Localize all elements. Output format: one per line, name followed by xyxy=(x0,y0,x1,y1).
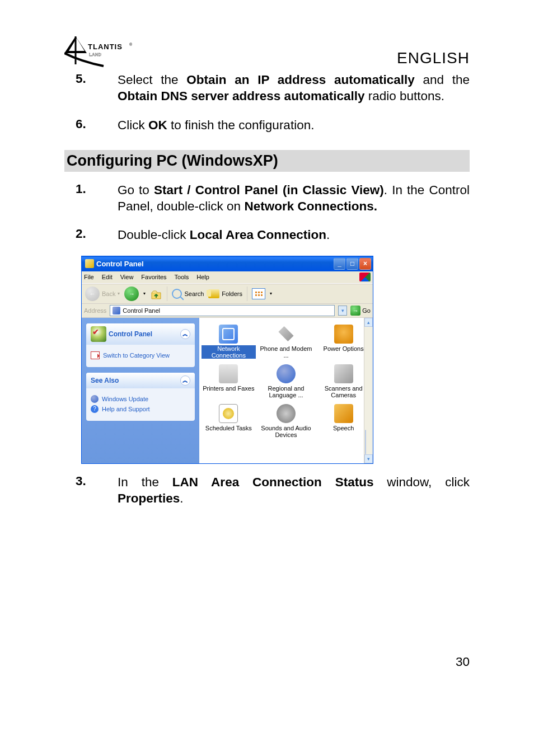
search-button[interactable]: Search xyxy=(172,289,204,299)
scroll-up-button[interactable]: ▴ xyxy=(364,318,373,327)
close-button[interactable]: × xyxy=(359,258,371,270)
icon-label: Power Options xyxy=(324,345,364,352)
minimize-button[interactable]: _ xyxy=(334,258,345,270)
panel-header[interactable]: Control Panel ︽ xyxy=(86,323,195,345)
panel-header[interactable]: See Also ︽ xyxy=(86,373,195,388)
icon-label: Sounds and Audio Devices xyxy=(259,425,313,438)
maximize-button[interactable]: □ xyxy=(346,258,358,270)
globe-icon xyxy=(91,395,99,403)
back-button: ← Back ▾ xyxy=(85,287,120,301)
go-arrow-icon: → xyxy=(350,306,360,316)
printer-icon xyxy=(219,364,238,383)
sound-icon xyxy=(277,404,296,423)
menu-tools[interactable]: Tools xyxy=(175,274,189,280)
icon-label: Network Connections xyxy=(202,345,256,359)
icon-label: Speech xyxy=(333,425,354,431)
svg-text:®: ® xyxy=(129,43,133,46)
windows-flag-icon xyxy=(359,273,371,281)
xp-titlebar[interactable]: Control Panel _ □ × xyxy=(82,256,373,271)
scan-icon xyxy=(334,364,353,383)
cp-item-phone[interactable]: Phone and Modem ... xyxy=(258,322,315,361)
chevron-up-icon[interactable]: ︽ xyxy=(180,329,190,339)
address-bar: Address Control Panel ▾ →Go xyxy=(82,304,373,318)
control-panel-icon xyxy=(113,307,120,314)
step-number: 1. xyxy=(76,182,118,215)
phone-icon xyxy=(277,325,296,344)
cp-item-speech[interactable]: Speech xyxy=(315,402,372,440)
views-button[interactable] xyxy=(252,288,265,299)
language-label: ENGLISH xyxy=(397,49,470,67)
side-pane: Control Panel ︽ Switch to Category View … xyxy=(82,318,199,463)
step-body: Go to Start / Control Panel (in Classic … xyxy=(118,182,470,215)
scroll-down-button[interactable]: ▾ xyxy=(364,454,373,463)
region-icon xyxy=(277,364,296,383)
step-body: In the LAN Area Connection Status window… xyxy=(118,474,470,507)
net-icon xyxy=(219,325,238,344)
xp-window: Control Panel _ □ × File Edit View Favor… xyxy=(81,256,373,464)
search-icon xyxy=(172,289,182,299)
address-label: Address xyxy=(84,307,106,314)
cp-item-sound[interactable]: Sounds and Audio Devices xyxy=(258,402,315,440)
step-body: Click OK to finish the configuration. xyxy=(118,117,470,133)
control-panel-icon xyxy=(85,259,94,268)
window-title: Control Panel xyxy=(96,260,334,268)
icon-label: Scheduled Tasks xyxy=(205,425,252,431)
cp-item-scan[interactable]: Scanners and Cameras xyxy=(315,362,372,401)
cp-item-region[interactable]: Regional and Language ... xyxy=(258,362,315,401)
svg-text:LAND: LAND xyxy=(89,52,101,57)
icon-label: Scanners and Cameras xyxy=(316,385,371,398)
sched-icon xyxy=(219,404,238,423)
svg-text:TLANTIS: TLANTIS xyxy=(88,43,123,51)
back-arrow-icon: ← xyxy=(85,287,100,301)
speech-icon xyxy=(334,404,353,423)
icon-label: Phone and Modem ... xyxy=(259,345,313,359)
menu-edit[interactable]: Edit xyxy=(102,274,113,280)
cp-item-sched[interactable]: Scheduled Tasks xyxy=(200,402,257,440)
folders-button[interactable]: Folders xyxy=(208,289,242,298)
menu-bar: File Edit View Favorites Tools Help xyxy=(82,271,373,284)
menu-favorites[interactable]: Favorites xyxy=(141,274,166,280)
help-icon: ? xyxy=(91,405,99,413)
step-number: 5. xyxy=(76,72,118,105)
folders-icon xyxy=(208,289,219,298)
help-support-link[interactable]: ?Help and Support xyxy=(91,405,190,413)
control-panel-icon xyxy=(91,326,106,342)
step-body: Double-click Local Area Connection. xyxy=(118,227,470,243)
menu-file[interactable]: File xyxy=(84,274,94,280)
go-button[interactable]: →Go xyxy=(350,306,371,316)
menu-help[interactable]: Help xyxy=(196,274,209,280)
icon-label: Printers and Faxes xyxy=(203,385,254,392)
switch-category-view-link[interactable]: Switch to Category View xyxy=(91,351,190,359)
control-panel-group: Control Panel ︽ Switch to Category View xyxy=(86,323,195,367)
cp-item-net[interactable]: Network Connections xyxy=(200,322,257,361)
icon-area: Network ConnectionsPhone and Modem ...Po… xyxy=(199,318,373,463)
chevron-up-icon[interactable]: ︽ xyxy=(180,375,190,386)
step-body: Select the Obtain an IP address automati… xyxy=(118,72,470,105)
cp-item-power[interactable]: Power Options xyxy=(315,322,372,361)
brand-logo: TLANTIS ® LAND xyxy=(64,34,134,67)
switch-view-icon xyxy=(91,351,100,359)
page-number: 30 xyxy=(456,655,470,669)
toolbar: ← Back ▾ → ▾ Search Folders ▾ xyxy=(82,284,373,304)
address-input[interactable]: Control Panel xyxy=(110,305,335,316)
see-also-group: See Also ︽ Windows Update ?Help and Supp… xyxy=(86,373,195,421)
forward-button[interactable]: → xyxy=(124,287,139,301)
scroll-thumb[interactable] xyxy=(365,430,366,454)
address-dropdown[interactable]: ▾ xyxy=(338,306,347,316)
step-number: 3. xyxy=(76,474,118,507)
step-number: 2. xyxy=(76,227,118,243)
icon-label: Regional and Language ... xyxy=(259,385,313,398)
windows-update-link[interactable]: Windows Update xyxy=(91,395,190,403)
menu-view[interactable]: View xyxy=(120,274,134,280)
up-folder-icon[interactable] xyxy=(150,288,162,300)
section-heading: Configuring PC (WindowsXP) xyxy=(64,150,470,172)
power-icon xyxy=(334,325,353,344)
scrollbar[interactable]: ▴ ▾ xyxy=(364,318,373,463)
cp-item-printer[interactable]: Printers and Faxes xyxy=(200,362,257,401)
step-number: 6. xyxy=(76,117,118,133)
